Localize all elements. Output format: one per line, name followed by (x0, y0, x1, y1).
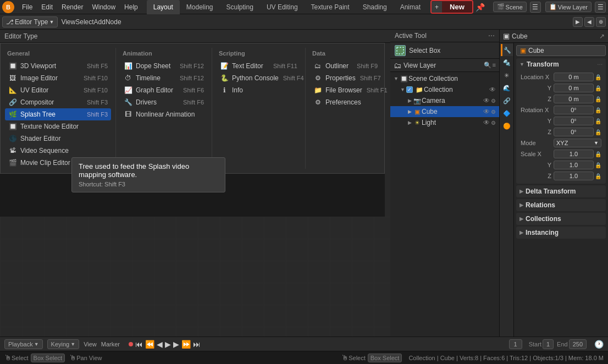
scale-z-value[interactable]: 1.0 (554, 172, 594, 180)
rotation-z-lock[interactable]: 🔒 (595, 129, 601, 135)
scale-x-value[interactable]: 1.0 (554, 150, 594, 158)
menu-item-timeline[interactable]: ⏱Timeline Shift F12 (120, 72, 207, 84)
tree-item-scene-collection[interactable]: ▼ 🔲 Scene Collection (390, 73, 499, 84)
outliner-search-icon[interactable]: 🔍 (484, 62, 491, 69)
menu-window[interactable]: Window (87, 2, 120, 12)
menu-file[interactable]: File (18, 2, 37, 12)
location-x-lock[interactable]: 🔒 (595, 74, 601, 80)
constraints-tab[interactable]: 🔗 (501, 95, 513, 107)
overlay-button[interactable]: ⊕ (596, 17, 606, 27)
rotation-x-value[interactable]: 0° (554, 106, 594, 114)
cube-settings-button[interactable]: ⚙ (491, 109, 496, 115)
menu-item-file-browser[interactable]: 📁File Browser Shift F1 (310, 84, 381, 96)
editor-type-button[interactable]: ⎇ Editor Type ▼ (2, 16, 58, 27)
view-layer-controls[interactable]: ☰ (595, 2, 606, 13)
menu-item-nonlinear-animation[interactable]: 🎞Nonlinear Animation (120, 108, 207, 120)
mode-dropdown[interactable]: XYZ ▼ (554, 139, 601, 147)
menu-help[interactable]: Help (120, 2, 142, 12)
step-forward-button[interactable]: ▶ (173, 340, 179, 349)
transform-header[interactable]: ▼ Transform ⋯ (516, 58, 606, 70)
menu-item-uv-editor[interactable]: 📐UV Editor Shift F10 (5, 84, 111, 96)
status-box-select-right[interactable]: Box Select (368, 354, 402, 362)
camera-settings-button[interactable]: ⚙ (491, 98, 496, 104)
tree-item-collection[interactable]: ▼ ✓ 📁 Collection 👁 (390, 84, 499, 95)
scale-y-lock[interactable]: 🔒 (595, 162, 601, 168)
cube-eye-button[interactable]: 👁 (483, 108, 490, 115)
jump-end-button[interactable]: ⏭ (193, 340, 201, 349)
tab-sculpting[interactable]: Sculpting (220, 0, 260, 14)
tree-item-light[interactable]: ▶ ☀ Light 👁 ⚙ (390, 117, 499, 128)
menu-item-video-sequence[interactable]: 📽Video Sequence (5, 145, 111, 157)
menu-item-shader-editor[interactable]: 🌑Shader Editor (5, 133, 111, 145)
menu-item-python-console[interactable]: 🐍Python Console Shift F4 (217, 72, 301, 84)
timeline-view-menu[interactable]: View (84, 341, 97, 348)
toggle-header-button[interactable]: ▶ (573, 17, 583, 27)
collection-eye-button[interactable]: 👁 (489, 86, 496, 93)
light-settings-button[interactable]: ⚙ (491, 120, 496, 126)
object-properties-tab[interactable]: 🔧 (501, 44, 513, 56)
menu-render[interactable]: Render (57, 2, 87, 12)
menu-item-outliner[interactable]: 🗂Outliner Shift F9 (310, 60, 381, 72)
properties-expand-button[interactable]: ↗ (599, 32, 605, 40)
material-tab[interactable]: 🟠 (501, 120, 513, 132)
menu-item-3d-viewport[interactable]: 🔲3D Viewport Shift F5 (5, 60, 111, 72)
scale-z-lock[interactable]: 🔒 (595, 173, 601, 179)
new-workspace-button[interactable]: New (442, 1, 472, 13)
light-eye-button[interactable]: 👁 (483, 119, 490, 126)
menu-item-image-editor[interactable]: 🖼Image Editor Shift F10 (5, 72, 111, 84)
menu-select[interactable]: Select (75, 18, 93, 26)
scene-controls[interactable]: ☰ (530, 2, 541, 13)
record-button[interactable] (129, 342, 133, 346)
step-back-button[interactable]: ◀ (157, 340, 163, 349)
menu-item-drivers[interactable]: 🔧Drivers Shift F6 (120, 96, 207, 108)
object-name-field[interactable]: ▣ Cube (516, 45, 606, 56)
location-x-value[interactable]: 0 m (554, 73, 594, 81)
timeline-marker-menu[interactable]: Marker (101, 341, 120, 348)
scale-x-lock[interactable]: 🔒 (595, 151, 601, 157)
tab-texture-paint[interactable]: Texture Paint (305, 0, 356, 14)
tab-uv-editing[interactable]: UV Editing (260, 0, 305, 14)
menu-node[interactable]: Node (106, 18, 121, 26)
location-y-lock[interactable]: 🔒 (595, 85, 601, 91)
status-box-select-left[interactable]: Box Select (31, 354, 65, 362)
menu-item-texture-node-editor[interactable]: 🔲Texture Node Editor (5, 120, 111, 133)
prev-keyframe-button[interactable]: ⏪ (145, 340, 154, 349)
tab-animation[interactable]: Animat (394, 0, 427, 14)
rotation-y-lock[interactable]: 🔒 (595, 118, 601, 124)
jump-start-button[interactable]: ⏮ (135, 340, 143, 349)
play-button[interactable]: ▶ (165, 340, 171, 349)
add-workspace-button[interactable]: + (432, 2, 442, 13)
menu-item-splash-tree[interactable]: 🌿Splash Tree Shift F3 (5, 108, 111, 120)
location-z-lock[interactable]: 🔒 (595, 96, 601, 102)
location-y-value[interactable]: 0 m (554, 84, 594, 92)
rotation-y-value[interactable]: 0° (554, 117, 594, 125)
menu-item-info[interactable]: ℹInfo (217, 84, 301, 96)
physics-properties-tab[interactable]: 🌊 (501, 82, 513, 94)
particle-properties-tab[interactable]: ✳ (501, 69, 513, 81)
menu-item-properties[interactable]: ⚙Properties Shift F7 (310, 72, 381, 84)
camera-eye-button[interactable]: 👁 (483, 97, 490, 104)
tab-modeling[interactable]: Modeling (180, 0, 220, 14)
blender-logo[interactable]: B (2, 1, 14, 13)
tab-shading[interactable]: Shading (356, 0, 394, 14)
tree-item-camera[interactable]: ▶ 📷 Camera 👁 ⚙ (390, 95, 499, 106)
menu-edit[interactable]: Edit (37, 2, 57, 12)
menu-view[interactable]: View (61, 18, 75, 26)
menu-item-dope-sheet[interactable]: 📊Dope Sheet Shift F12 (120, 60, 207, 72)
object-data-tab[interactable]: 🔷 (501, 107, 513, 119)
outliner-filter-icon[interactable]: ≡ (493, 62, 496, 69)
menu-item-compositor[interactable]: 🔗Compositor Shift F3 (5, 96, 111, 108)
collection-visible-checkbox[interactable]: ✓ (406, 86, 413, 93)
playback-button[interactable]: Playback ▼ (4, 339, 43, 349)
start-frame-field[interactable]: 1 (543, 339, 554, 349)
next-keyframe-button[interactable]: ⏩ (181, 340, 191, 349)
menu-item-text-editor[interactable]: 📝Text Editor Shift F11 (217, 60, 301, 72)
instancing-header[interactable]: ▶ Instancing (516, 227, 606, 239)
current-frame-field[interactable]: 1 (509, 339, 522, 349)
menu-item-preferences[interactable]: ⚙Preferences (310, 96, 381, 108)
tree-item-cube[interactable]: ▶ ▣ Cube 👁 ⚙ (390, 106, 499, 117)
menu-item-graph-editor[interactable]: 📈Graph Editor Shift F6 (120, 84, 207, 96)
rotation-z-value[interactable]: 0° (554, 128, 594, 136)
delta-transform-header[interactable]: ▶ Delta Transform (516, 185, 606, 197)
rotation-x-lock[interactable]: 🔒 (595, 107, 601, 113)
